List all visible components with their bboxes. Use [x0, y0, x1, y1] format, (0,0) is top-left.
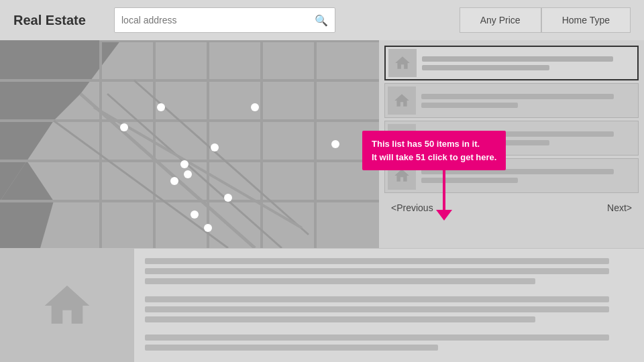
map-area [0, 40, 379, 248]
listing-home-icon [388, 49, 417, 77]
detail-line [145, 345, 438, 351]
svg-point-19 [120, 123, 128, 131]
listing-line [421, 103, 518, 108]
listing-line [421, 178, 518, 183]
listing-text [422, 56, 635, 70]
header: Real Estate 🔍 Any Price Home Type [0, 0, 644, 40]
svg-point-24 [224, 194, 232, 202]
svg-point-26 [204, 224, 212, 232]
detail-line [145, 306, 609, 312]
svg-point-22 [331, 140, 339, 148]
svg-point-28 [180, 160, 189, 168]
svg-point-20 [251, 103, 259, 111]
detail-line [145, 335, 609, 341]
detail-home-icon [40, 279, 94, 333]
svg-point-21 [211, 143, 219, 152]
map-listing-row: <Previous Next> [0, 40, 644, 248]
detail-line [145, 258, 609, 264]
detail-spacer [145, 326, 633, 330]
price-filter-button[interactable]: Any Price [460, 7, 541, 33]
detail-line [145, 296, 609, 302]
detail-line [145, 316, 535, 322]
svg-point-25 [191, 210, 199, 219]
listing-line [422, 56, 613, 62]
type-filter-button[interactable]: Home Type [541, 7, 631, 33]
app-title: Real Estate [13, 13, 101, 28]
detail-content [134, 249, 644, 362]
detail-line [145, 278, 535, 284]
listing-item[interactable] [384, 83, 639, 118]
listing-home-icon [388, 86, 416, 115]
detail-line [145, 268, 609, 274]
search-bar: 🔍 [114, 7, 335, 33]
map-svg [0, 40, 379, 248]
search-input[interactable] [121, 15, 315, 25]
svg-point-18 [157, 103, 165, 111]
tooltip-line1: This list has 50 items in it. [372, 137, 496, 151]
tooltip: This list has 50 items in it. It will ta… [362, 131, 506, 170]
next-button[interactable]: Next> [607, 202, 632, 213]
svg-point-27 [170, 177, 178, 185]
pagination: <Previous Next> [384, 196, 639, 220]
svg-point-23 [184, 170, 192, 178]
listing-line [421, 94, 614, 99]
detail-image [0, 249, 134, 362]
previous-button[interactable]: <Previous [391, 202, 433, 213]
tooltip-line2: It will take 51 click to get here. [372, 151, 496, 164]
detail-spacer [145, 288, 633, 292]
bottom-section [0, 248, 644, 362]
search-button[interactable]: 🔍 [315, 14, 328, 27]
filter-buttons: Any Price Home Type [460, 7, 631, 33]
listing-line [422, 65, 549, 70]
listing-text [421, 169, 635, 183]
listing-item[interactable] [384, 46, 639, 80]
listing-text [421, 94, 635, 108]
